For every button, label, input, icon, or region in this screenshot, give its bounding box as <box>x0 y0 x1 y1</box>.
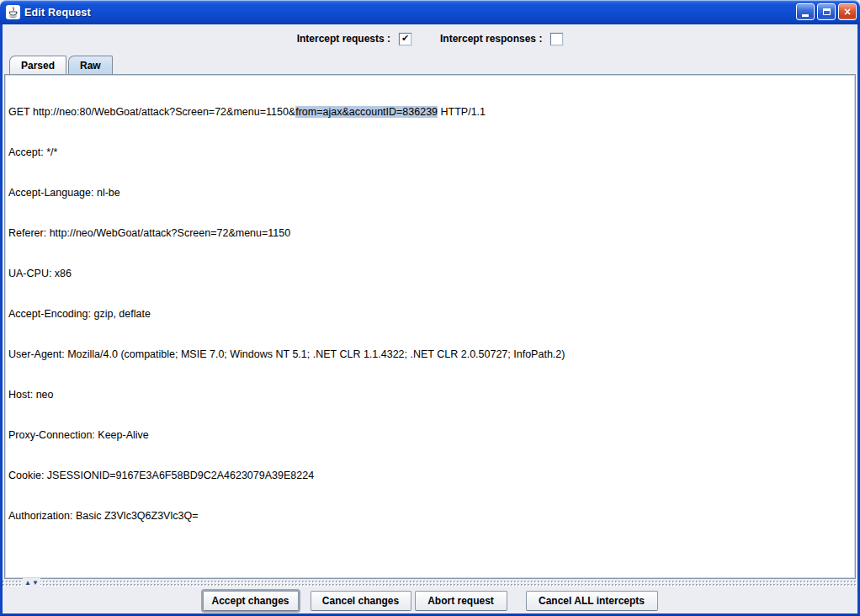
request-header-line: Cookie: JSESSIONID=9167E3A6F58BD9C2A4623… <box>8 469 852 482</box>
titlebar: Edit Request × <box>0 0 860 24</box>
close-button[interactable]: × <box>838 3 857 20</box>
action-button-bar: Accept changes Cancel changes Abort requ… <box>3 587 857 613</box>
window-controls: × <box>796 3 857 20</box>
java-app-icon <box>6 5 20 19</box>
edit-request-window: Edit Request × Intercept requests : ✔ In… <box>0 0 860 616</box>
maximize-icon <box>823 8 831 15</box>
abort-request-button[interactable]: Abort request <box>415 591 507 611</box>
client-area: Intercept requests : ✔ Intercept respons… <box>3 24 857 613</box>
collapse-down-icon[interactable]: ▼ <box>32 578 39 587</box>
raw-request-editor[interactable]: GET http://neo:80/WebGoat/attack?Screen=… <box>4 74 856 579</box>
view-tabs: Parsed Raw <box>7 56 114 74</box>
selected-request-text: from=ajax&accountID=836239 <box>295 106 438 118</box>
maximize-button[interactable] <box>817 3 836 20</box>
tab-parsed[interactable]: Parsed <box>9 56 66 74</box>
intercept-requests-label: Intercept requests : <box>297 33 390 45</box>
accept-changes-button[interactable]: Accept changes <box>203 591 299 611</box>
close-icon: × <box>844 6 851 18</box>
request-header-line: Accept: */* <box>8 146 852 159</box>
minimize-icon <box>802 14 809 17</box>
java-coffee-cup-icon <box>8 7 19 18</box>
request-header-line: User-Agent: Mozilla/4.0 (compatible; MSI… <box>8 348 852 361</box>
intercept-responses-checkbox[interactable] <box>550 33 563 45</box>
divider-one-touch-buttons: ▲ ▼ <box>23 578 40 587</box>
intercept-options-row: Intercept requests : ✔ Intercept respons… <box>3 24 857 53</box>
cancel-all-intercepts-button[interactable]: Cancel ALL intercepts <box>526 591 658 611</box>
request-line: GET http://neo:80/WebGoat/attack?Screen=… <box>8 105 852 119</box>
request-header-line: Authorization: Basic Z3Vlc3Q6Z3Vlc3Q= <box>8 509 852 523</box>
cancel-changes-button[interactable]: Cancel changes <box>311 591 411 611</box>
collapse-up-icon[interactable]: ▲ <box>24 578 31 587</box>
minimize-button[interactable] <box>796 3 815 20</box>
intercept-responses-label: Intercept responses : <box>440 33 542 45</box>
request-header-line: Accept-Language: nl-be <box>8 186 852 199</box>
request-header-line: Host: neo <box>8 388 852 401</box>
checkmark-icon: ✔ <box>401 34 409 43</box>
tab-raw[interactable]: Raw <box>68 56 113 74</box>
window-title: Edit Request <box>24 7 91 19</box>
request-header-line: Referer: http://neo/WebGoat/attack?Scree… <box>8 226 852 240</box>
intercept-requests-checkbox[interactable]: ✔ <box>399 33 411 45</box>
request-header-line: Accept-Encoding: gzip, deflate <box>8 307 852 321</box>
request-header-line: UA-CPU: x86 <box>8 267 852 280</box>
request-header-line: Proxy-Connection: Keep-Alive <box>8 428 852 442</box>
split-pane-divider[interactable]: ▲ ▼ <box>3 580 857 587</box>
request-line-post: HTTP/1.1 <box>438 106 486 118</box>
request-line-pre: GET http://neo:80/WebGoat/attack?Screen=… <box>8 106 295 118</box>
